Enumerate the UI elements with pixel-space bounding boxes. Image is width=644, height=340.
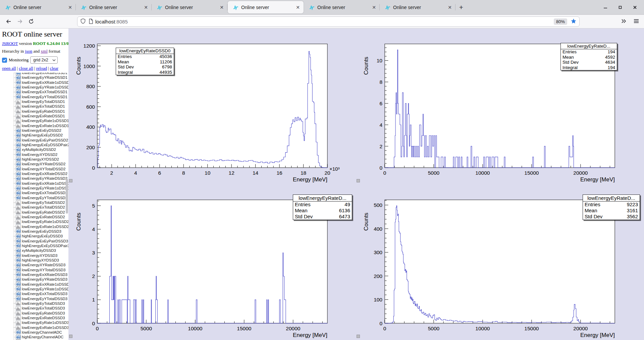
pad-top-left[interactable]: 2468101214161820020040060080010001200Ene…: [68, 28, 356, 184]
browser-tab[interactable]: Online server ✕: [380, 0, 455, 14]
bookmark-star-icon[interactable]: [571, 18, 577, 25]
tree-item-highEnergyXYDSSD2[interactable]: highEnergyXYDSSD2: [0, 157, 68, 162]
tree-item-lowEnergyEyTotalDSSD1[interactable]: lowEnergyEyTotalDSSD1: [0, 99, 68, 104]
browser-tab[interactable]: Online server ✕: [0, 0, 76, 14]
tree-item-lowEnergyExXTotalDSSD2[interactable]: lowEnergyExXTotalDSSD2: [0, 190, 68, 195]
tree-item-lowEnergyEyYRate1sDSSD1[interactable]: lowEnergyEyYRate1sDSSD1: [0, 85, 68, 90]
tree-item-lowEnergyExXRate1sDSSD1[interactable]: lowEnergyExXRate1sDSSD1: [0, 80, 68, 85]
browser-tab[interactable]: Online server ✕: [304, 0, 380, 14]
tab-close-icon[interactable]: ✕: [143, 5, 149, 10]
tree-item-lowEnergyExRate1sDSSD1[interactable]: lowEnergyExRate1sDSSD1: [0, 123, 68, 128]
tree-item-lowEnergyExEyPairDSSD3[interactable]: lowEnergyExEyPairDSSD3: [0, 238, 68, 243]
tree-item-lowEnergyEyYRate1sDSSD3[interactable]: lowEnergyEyYRate1sDSSD3: [0, 287, 68, 291]
stats-box[interactable]: lowEnergyEyRateD...Entries49Mean6136Std …: [293, 194, 352, 220]
tree-item-lowEnergyEyRateDSSD3[interactable]: lowEnergyEyRateDSSD3: [0, 310, 68, 315]
tree-item-lowEnergyEyRateDSSD2[interactable]: lowEnergyEyRateDSSD2: [0, 210, 68, 215]
tree-item-lowEnergyExTotalDSSD2[interactable]: lowEnergyExTotalDSSD2: [0, 205, 68, 210]
tree-item-lowEnergyEyTotalDSSD2[interactable]: lowEnergyEyTotalDSSD2: [0, 200, 68, 205]
tree-item-lowEnergyExXRateDSSD2[interactable]: lowEnergyExXRateDSSD2: [0, 171, 68, 176]
tree-item-lowEnergyExXTotalDSSD1[interactable]: lowEnergyExXTotalDSSD1: [0, 90, 68, 94]
stats-box[interactable]: lowEnergyEyRateD...Entries9223Mean3161St…: [583, 194, 640, 220]
tree-action-close-all[interactable]: close all: [19, 66, 33, 71]
tab-close-icon[interactable]: ✕: [371, 5, 377, 10]
page-icon[interactable]: [89, 18, 93, 25]
tab-close-icon[interactable]: ✕: [67, 5, 73, 10]
stats-box[interactable]: lowEnergyEyRateDSSD0Entries45036Mean1120…: [116, 48, 174, 75]
tree-action-open-all[interactable]: open all: [2, 66, 16, 71]
tree-item-xyMultiplicityDSSD2[interactable]: xyMultiplicityDSSD2: [0, 147, 68, 152]
tree-item-lowEnergyEyRateDSSD1[interactable]: lowEnergyEyRateDSSD1: [0, 109, 68, 114]
browser-tab[interactable]: Online server ✕: [152, 0, 227, 14]
tree-item-lowEnergyEyYTotalDSSD1[interactable]: lowEnergyEyYTotalDSSD1: [0, 95, 68, 99]
tree-action-clear[interactable]: clear: [50, 66, 58, 71]
tree-item-highEnergyExEyDSSDPair3[interactable]: highEnergyExEyDSSDPair3: [0, 243, 68, 248]
grid-mode-select[interactable]: grid 2x2: [30, 56, 58, 64]
tree-item-lowEnergyExRateDSSD3[interactable]: lowEnergyExRateDSSD3: [0, 316, 68, 320]
tree-item-lowEnergyExXTotalDSSD3[interactable]: lowEnergyExXTotalDSSD3: [0, 291, 68, 296]
zoom-level-badge[interactable]: 80%: [554, 18, 567, 25]
tree-item-lowEnergyExXRateDSSD3[interactable]: lowEnergyExXRateDSSD3: [0, 272, 68, 277]
minimize-icon[interactable]: [603, 5, 608, 10]
tree-item-lowEnergyXYDSSD2[interactable]: lowEnergyXYDSSD2: [0, 152, 68, 157]
pad-top-right[interactable]: 050001000015000200000246810Energy [MeV]C…: [356, 28, 644, 184]
tree-item-lowEnergyExXRate1sDSSD3[interactable]: lowEnergyExXRate1sDSSD3: [0, 282, 68, 286]
tree-item-lowEnergyEyYRateDSSD3[interactable]: lowEnergyEyYRateDSSD3: [0, 277, 68, 282]
shield-icon[interactable]: [80, 18, 86, 25]
tree-item-lowEnergyExEyDSSD2[interactable]: lowEnergyExEyDSSD2: [0, 128, 68, 133]
stats-box[interactable]: lowEnergyEyRateD...Entries194Mean4592Std…: [560, 43, 617, 70]
pad-bottom-right[interactable]: 050001000015000200000100200300400500Ener…: [356, 184, 644, 340]
url-bar[interactable]: localhost:8085 80%: [77, 16, 580, 27]
tree-item-highEnergyExEyDSSDPair2[interactable]: highEnergyExEyDSSDPair2: [0, 143, 68, 147]
tree-item-lowEnergyEyYRateDSSD2[interactable]: lowEnergyEyYRateDSSD2: [0, 176, 68, 181]
tree-item-lowEnergyXYTotalDSSD2[interactable]: lowEnergyXYTotalDSSD2: [0, 167, 68, 171]
pad-resize-handle[interactable]: [357, 179, 360, 182]
tree-item-xyMultiplicityDSSD3[interactable]: xyMultiplicityDSSD3: [0, 248, 68, 253]
tree-item-lowEnergyExTotalDSSD1[interactable]: lowEnergyExTotalDSSD1: [0, 104, 68, 109]
sidebar-scrollbar[interactable]: [66, 179, 68, 214]
reload-icon[interactable]: [25, 18, 37, 24]
menu-icon[interactable]: [633, 18, 639, 25]
overflow-chevrons-icon[interactable]: [621, 18, 627, 25]
browser-tab[interactable]: Online server ✕: [76, 0, 152, 14]
tree-item-lowEnergyExXRateDSSD1[interactable]: lowEnergyExXRateDSSD1: [0, 73, 68, 75]
tree-item-lowEnergyXYRateDSSD2[interactable]: lowEnergyXYRateDSSD2: [0, 162, 68, 166]
tree-item-lowEnergyChannelADC[interactable]: lowEnergyChannelADC: [0, 330, 68, 335]
tree-item-lowEnergyXYTotalDSSD3[interactable]: lowEnergyXYTotalDSSD3: [0, 267, 68, 272]
tree-item-highEnergyExEyDSSD3[interactable]: highEnergyExEyDSSD3: [0, 234, 68, 238]
pad-resize-handle[interactable]: [69, 335, 72, 338]
tree-item-highEnergyChannelADC[interactable]: highEnergyChannelADC: [0, 335, 68, 339]
tree-item-lowEnergyXYRateDSSD3[interactable]: lowEnergyXYRateDSSD3: [0, 263, 68, 267]
tree-item-highEnergyXYDSSD3[interactable]: highEnergyXYDSSD3: [0, 258, 68, 263]
monitoring-checkbox[interactable]: [2, 58, 7, 63]
json-link[interactable]: json: [25, 49, 33, 54]
jsroot-link[interactable]: JSROOT: [2, 41, 18, 46]
tree-item-lowEnergyExRate1sDSSD2[interactable]: lowEnergyExRate1sDSSD2: [0, 224, 68, 229]
tree-item-lowEnergyXYDSSD3[interactable]: lowEnergyXYDSSD3: [0, 253, 68, 258]
tree-item-lowEnergyEyYRateDSSD1[interactable]: lowEnergyEyYRateDSSD1: [0, 75, 68, 80]
tree-item-lowEnergyExTotalDSSD3[interactable]: lowEnergyExTotalDSSD3: [0, 306, 68, 310]
back-icon[interactable]: [3, 18, 14, 24]
close-icon[interactable]: [633, 5, 637, 10]
tree-item-lowEnergyEyRate1sDSSD2[interactable]: lowEnergyEyRate1sDSSD2: [0, 219, 68, 224]
tree-item-lowEnergyEyYRate1sDSSD2[interactable]: lowEnergyEyYRate1sDSSD2: [0, 186, 68, 190]
tree-item-lowEnergyEyRate1sDSSD1[interactable]: lowEnergyEyRate1sDSSD1: [0, 118, 68, 123]
tree-item-lowEnergyExRateDSSD1[interactable]: lowEnergyExRateDSSD1: [0, 114, 68, 118]
tree-item-lowEnergyExEyPairDSSD2[interactable]: lowEnergyExEyPairDSSD2: [0, 138, 68, 143]
forward-icon[interactable]: [14, 18, 25, 24]
xml-link[interactable]: xml: [41, 49, 48, 54]
tree-item-lowEnergyEyTotalDSSD3[interactable]: lowEnergyEyTotalDSSD3: [0, 301, 68, 306]
tree-item-lowEnergyExXRate1sDSSD2[interactable]: lowEnergyExXRate1sDSSD2: [0, 181, 68, 186]
tree-item-highEnergyExEyDSSD2[interactable]: highEnergyExEyDSSD2: [0, 133, 68, 137]
tab-close-icon[interactable]: ✕: [447, 5, 453, 10]
pad-bottom-left[interactable]: 05000100001500020000012345Energy [MeV]Co…: [68, 184, 356, 340]
tree-item-lowEnergyExEyDSSD3[interactable]: lowEnergyExEyDSSD3: [0, 229, 68, 234]
tree-action-reload[interactable]: reload: [36, 66, 47, 71]
tab-close-icon[interactable]: ✕: [295, 5, 301, 10]
tree-item-lowEnergyEyYTotalDSSD3[interactable]: lowEnergyEyYTotalDSSD3: [0, 296, 68, 301]
pad-resize-handle[interactable]: [69, 179, 72, 182]
tree-item-lowEnergyExRateDSSD2[interactable]: lowEnergyExRateDSSD2: [0, 215, 68, 219]
tree-item-lowEnergyEyYTotalDSSD2[interactable]: lowEnergyEyYTotalDSSD2: [0, 195, 68, 200]
maximize-icon[interactable]: [618, 5, 623, 10]
tree-item-lowEnergyEyRate1sDSSD3[interactable]: lowEnergyEyRate1sDSSD3: [0, 320, 68, 325]
browser-tab[interactable]: Online server ✕: [228, 1, 304, 13]
